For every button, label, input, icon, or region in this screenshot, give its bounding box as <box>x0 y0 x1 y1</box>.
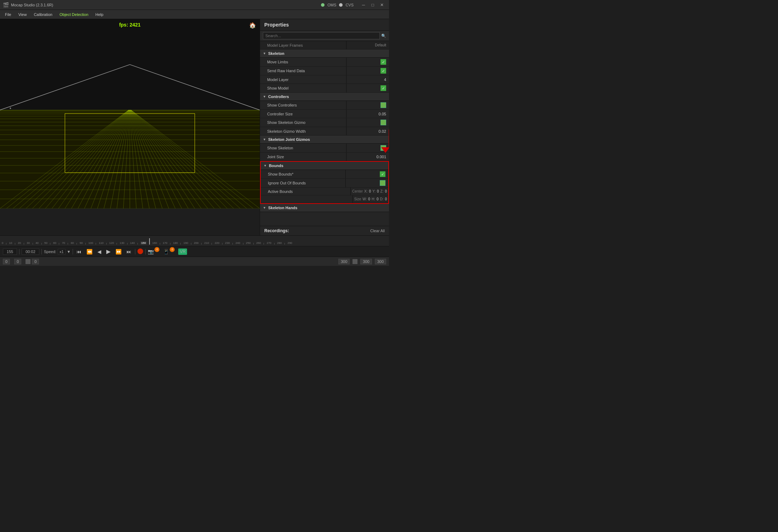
skeleton-gizmo-width-num: 0.02 <box>379 129 386 133</box>
send-raw-hand-data-row: Send Raw Hand Data ✓ <box>260 67 389 75</box>
tc-sep3 <box>73 249 73 254</box>
show-skeleton-toggle[interactable] <box>380 145 386 151</box>
tc-sep2 <box>41 249 42 254</box>
menubar: File View Calibration Object Detection H… <box>0 10 389 19</box>
status-color-box <box>26 259 30 264</box>
home-icon[interactable]: 🏠 <box>249 22 256 29</box>
h-val: 0 <box>377 197 379 201</box>
fps-display: fps: 2421 <box>0 22 260 28</box>
vr-icon[interactable]: VR <box>178 248 187 255</box>
ignore-out-of-bounds-label: Ignore Out Of Bounds <box>261 179 345 187</box>
show-skeleton-label: Show Skeleton <box>260 144 346 151</box>
active-bounds-size-row: . Size W: 0 H: 0 D: 0 <box>261 195 388 203</box>
camera-icon[interactable]: 📷 <box>148 249 154 254</box>
model-layer-frames-row: Model Layer Frames Default <box>260 41 389 50</box>
show-controllers-row: Show Controllers <box>260 101 389 110</box>
next-key-button[interactable]: ⏩ <box>114 248 123 255</box>
show-bounds-label: Show Bounds* <box>261 171 345 178</box>
z-val: 0 <box>385 189 387 193</box>
speed-dropdown-icon[interactable]: ▼ <box>67 250 71 254</box>
status-val6: 300 <box>375 259 386 264</box>
oms-label: OMS <box>327 3 336 7</box>
ignore-out-of-bounds-row: Ignore Out Of Bounds <box>261 179 388 188</box>
record-button[interactable] <box>137 248 143 255</box>
d-label: D: <box>380 197 383 201</box>
active-bounds-center-row: Active Bounds Center X: 0 Y: 0 Z: 0 <box>261 188 388 195</box>
properties-scroll[interactable]: Model Layer Frames Default ▼ Skeleton Mo… <box>260 41 389 226</box>
show-skeleton-row: Show Skeleton <box>260 144 389 153</box>
skeleton-hands-header[interactable]: ▼ Skeleton Hands <box>260 204 389 212</box>
menu-view[interactable]: View <box>15 11 30 18</box>
window-controls: ─ □ ✕ <box>359 2 386 8</box>
cvs-indicator <box>339 3 343 7</box>
skip-start-button[interactable]: ⏮ <box>75 248 83 255</box>
ignore-out-of-bounds-toggle[interactable] <box>380 180 385 186</box>
maximize-button[interactable]: □ <box>368 2 377 8</box>
timeline-area: 0 10 20 30 40 50 60 70 80 <box>0 235 389 257</box>
move-limbs-check[interactable]: ✓ <box>380 59 386 65</box>
controller-size-row: Controller Size 0.05 <box>260 110 389 118</box>
menu-calibration[interactable]: Calibration <box>30 11 56 18</box>
bounds-section-label: Bounds <box>269 164 283 168</box>
statusbar: 0 0 0 300 300 300 <box>0 257 389 266</box>
skeleton-joint-gizmos-header[interactable]: ▼ Skeleton Joint Gizmos <box>260 136 389 144</box>
send-raw-hand-data-value: ✓ <box>346 67 389 75</box>
phone-icon[interactable]: 📱 <box>163 249 169 254</box>
center-label: Center <box>352 189 363 193</box>
tc-sep1 <box>19 249 19 254</box>
play-back-button[interactable]: ◀ <box>96 248 103 255</box>
status-val2: 0 <box>14 259 21 264</box>
prev-key-button[interactable]: ⏪ <box>85 248 94 255</box>
joint-size-label: Joint Size <box>260 153 346 160</box>
skeleton-chevron: ▼ <box>263 52 266 55</box>
controllers-section-label: Controllers <box>268 95 289 99</box>
menu-object-detection[interactable]: Object Detection <box>56 11 92 18</box>
status-left: 0 0 0 <box>3 259 39 264</box>
show-bounds-row: Show Bounds* ✓ <box>261 170 388 179</box>
record-circle <box>137 248 143 254</box>
show-bounds-check[interactable]: ✓ <box>380 171 385 177</box>
viewport[interactable]: fps: 2421 🏠 <box>0 19 260 208</box>
title-left: 🎬 Mocap Studio (2.3.1.6R) <box>3 2 53 8</box>
camera-badge: 0 <box>154 247 159 252</box>
menu-help[interactable]: Help <box>92 11 107 18</box>
status-block3: 0 <box>26 259 39 264</box>
active-bounds-label: Active Bounds <box>261 188 350 195</box>
minimize-button[interactable]: ─ <box>359 2 368 8</box>
skip-end-button[interactable]: ⏭ <box>125 248 133 255</box>
joint-size-row: Joint Size 0.001 <box>260 153 389 161</box>
status-color-box2 <box>353 259 357 264</box>
show-model-label: Show Model <box>260 85 346 92</box>
skeleton-hands-chevron: ▼ <box>263 206 266 210</box>
timeline-ruler[interactable]: 0 10 20 30 40 50 60 70 80 <box>0 236 389 246</box>
search-input[interactable] <box>263 32 380 39</box>
show-bounds-value: ✓ <box>346 170 388 178</box>
clear-all-button[interactable]: Clear All <box>370 229 385 233</box>
h-label: H: <box>372 197 375 201</box>
model-layer-label: Model Layer <box>260 76 346 83</box>
close-button[interactable]: ✕ <box>378 2 386 8</box>
skeleton-section-label: Skeleton <box>268 51 284 56</box>
show-skeleton-gizmo-toggle[interactable] <box>380 120 386 125</box>
time-display: 00:02 <box>22 248 39 255</box>
show-model-value: ✓ <box>346 84 389 92</box>
d-val: 0 <box>385 197 387 201</box>
bounds-section-header[interactable]: ▼ Bounds <box>261 162 388 170</box>
controllers-section-header[interactable]: ▼ Controllers <box>260 93 389 101</box>
bounds-chevron: ▼ <box>264 164 267 167</box>
show-model-check[interactable]: ✓ <box>380 85 386 91</box>
move-limbs-row: Move Limbs ✓ <box>260 58 389 67</box>
play-forward-button[interactable]: ▶ <box>105 247 112 256</box>
phone-badge-wrapper: 0 <box>171 249 176 254</box>
show-controllers-toggle[interactable] <box>380 102 386 108</box>
main-layout: fps: 2421 🏠 Properties 🔍 Model Layer Fra… <box>0 19 389 266</box>
menu-file[interactable]: File <box>1 11 15 18</box>
status-val4: 300 <box>338 259 350 264</box>
show-skeleton-gizmo-value <box>346 118 389 127</box>
show-skeleton-value <box>346 144 389 152</box>
skeleton-section-header[interactable]: ▼ Skeleton <box>260 50 389 58</box>
speed-label: Speed: <box>44 250 56 254</box>
viewport-canvas <box>0 19 260 208</box>
y-label: Y: <box>372 189 376 193</box>
send-raw-hand-data-check[interactable]: ✓ <box>380 68 386 74</box>
